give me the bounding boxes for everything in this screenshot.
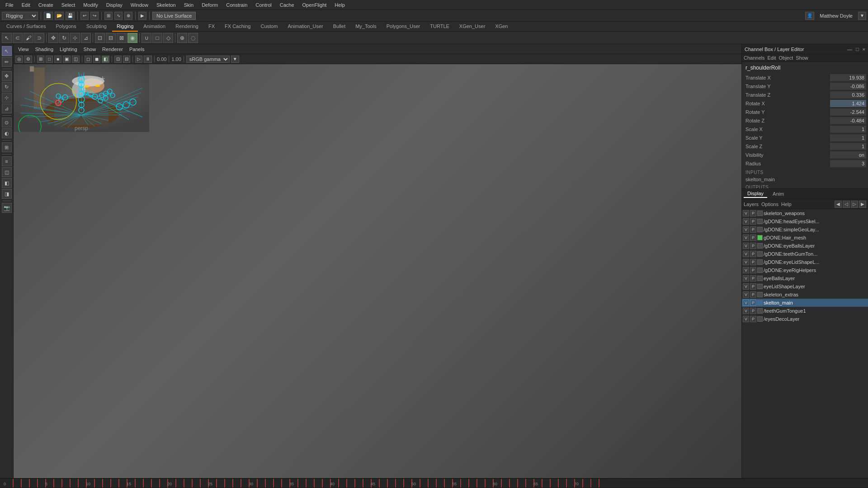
save-scene-btn[interactable]: 💾 (66, 12, 75, 20)
menu-item-create[interactable]: Create (35, 1, 57, 9)
channels-menu[interactable]: Channels (744, 55, 764, 61)
rotate-btn[interactable]: ↻ (2, 82, 12, 92)
layer-p-eyerighelpers[interactable]: P (750, 267, 756, 273)
color-space-select[interactable]: sRGB gamma Linear (186, 56, 230, 63)
layer-v-teethgumtongue1[interactable]: V (743, 308, 749, 314)
select-camera-btn[interactable]: ◎ (15, 56, 23, 63)
menu-item-display[interactable]: Display (103, 1, 126, 9)
tab-rendering[interactable]: Rendering (171, 22, 203, 32)
paint-tool-btn[interactable]: ✏ (2, 57, 12, 67)
universal-manip-btn[interactable]: ⊿ (2, 103, 12, 113)
menu-item-openflight[interactable]: OpenFlight (299, 1, 330, 9)
layer-v-eyelidshape[interactable]: V (743, 259, 749, 265)
tab-animation-user[interactable]: Animation_User (283, 22, 327, 32)
weight-tool[interactable]: ◉ (127, 33, 137, 43)
options-menu[interactable]: Options (761, 202, 778, 207)
layer-edit-btn[interactable]: ≡ (2, 156, 12, 166)
snap-curve-btn[interactable]: ∿ (114, 12, 123, 20)
display-mode4-btn[interactable]: ◫ (72, 56, 80, 63)
color-space-btn[interactable]: ▼ (231, 56, 239, 63)
soft-mod-btn[interactable]: ⊙ (2, 117, 12, 127)
show-menu[interactable]: Show (81, 46, 99, 53)
show-manip-btn[interactable]: ⊞ (2, 142, 12, 152)
soft-select-tool[interactable]: ⊃ (34, 33, 44, 43)
input-skelton-main[interactable]: skelton_main (744, 176, 866, 183)
redo-btn[interactable]: ↪ (90, 12, 99, 20)
tab-xgen[interactable]: XGen (491, 22, 512, 32)
layers-next-btn[interactable]: ▶ (859, 201, 866, 208)
joint-tool[interactable]: ⊡ (95, 33, 105, 43)
deformer-tool[interactable]: ◇ (163, 33, 173, 43)
edit-menu[interactable]: Edit (767, 55, 776, 61)
rivet-tool[interactable]: ◌ (188, 33, 198, 43)
tab-rigging[interactable]: Rigging (112, 22, 138, 32)
tab-bullet[interactable]: Bullet (329, 22, 350, 32)
shading-menu[interactable]: Shading (33, 46, 56, 53)
layer-p-hair-mesh[interactable]: P (750, 235, 756, 241)
tab-curves-surfaces[interactable]: Curves / Surfaces (2, 22, 50, 32)
lasso-tool[interactable]: ⊂ (13, 33, 23, 43)
layer-row-headeyesskel[interactable]: V P /gDONE:headEyesSkel... (742, 217, 868, 225)
layer-p-simplegeo[interactable]: P (750, 226, 756, 233)
layer-row-eyeballslayer[interactable]: V P eyeBallsLayer (742, 274, 868, 282)
snap-grid-btn[interactable]: ⊞ (104, 12, 113, 20)
menu-item-cache[interactable]: Cache (276, 1, 298, 9)
display-mode1-btn[interactable]: □ (46, 56, 53, 63)
paint-select-tool[interactable]: 🖌 (24, 33, 33, 43)
menu-item-window[interactable]: Window (127, 1, 152, 9)
tab-polygons-user[interactable]: Polygons_User (382, 22, 425, 32)
grid-btn[interactable]: ⊞ (37, 56, 44, 63)
lighting-menu[interactable]: Lighting (57, 46, 80, 53)
camera-btn[interactable]: 📷 (2, 203, 12, 213)
menu-item-deform[interactable]: Deform (198, 1, 222, 9)
camera-settings-btn[interactable]: ⚙ (24, 56, 32, 63)
new-scene-btn[interactable]: 📄 (44, 12, 53, 20)
layer-row-teethgum[interactable]: V P /gDONE:teethGumTon... (742, 250, 868, 258)
cb-close-btn[interactable]: × (863, 47, 865, 52)
layer-p-teethgum[interactable]: P (750, 251, 756, 257)
tab-display[interactable]: Display (744, 190, 767, 198)
viewport-canvas[interactable]: + persp X Y Z (14, 64, 741, 478)
layer-row-eyeballs[interactable]: V P /gDONE:eyeBallsLayer (742, 242, 868, 250)
layer-v-eyerighelpers[interactable]: V (743, 267, 749, 273)
layer-p-eyelidshape[interactable]: P (750, 259, 756, 265)
layers-menu[interactable]: Layers (744, 202, 759, 207)
sculpt-btn[interactable]: ◐ (2, 128, 12, 138)
layer-row-skelton-main[interactable]: V P skelton_main (742, 299, 868, 307)
layer-v-eyelidshapelayer[interactable]: V (743, 283, 749, 290)
select-mode-btn[interactable]: ↖ (2, 46, 12, 56)
layer-misc-btn[interactable]: ◨ (2, 189, 12, 199)
wireframe-btn[interactable]: ◻ (85, 56, 92, 63)
menu-item-file[interactable]: File (2, 1, 17, 9)
scale-tool[interactable]: ⊹ (70, 33, 80, 43)
panels-menu[interactable]: Panels (127, 46, 147, 53)
layer-v-eyeballslayer[interactable]: V (743, 275, 749, 282)
cb-minimize-btn[interactable]: — (847, 47, 852, 52)
bind-skin-tool[interactable]: ⊠ (117, 33, 127, 43)
layer-p-skeleton-extras[interactable]: P (750, 291, 756, 298)
menu-item-help[interactable]: Help (331, 1, 349, 9)
menu-item-constrain[interactable]: Constrain (222, 1, 251, 9)
tab-turtle[interactable]: TURTLE (425, 22, 454, 32)
ik-handle-tool[interactable]: ⊟ (106, 33, 116, 43)
layer-v-teethgum[interactable]: V (743, 251, 749, 257)
rotate-tool[interactable]: ↻ (59, 33, 69, 43)
layer-p-teethgumtongue1[interactable]: P (750, 308, 756, 314)
select-tool[interactable]: ↖ (2, 33, 12, 43)
tab-sculpting[interactable]: Sculpting (82, 22, 111, 32)
layers-next2-btn[interactable]: ▷ (851, 201, 858, 208)
menu-item-edit[interactable]: Edit (18, 1, 34, 9)
menu-item-modify[interactable]: Modify (80, 1, 101, 9)
layer-row-eyesdeco[interactable]: V P /eyesDecoLayer (742, 315, 868, 323)
layer-v-simplegeo[interactable]: V (743, 226, 749, 233)
menu-item-control[interactable]: Control (252, 1, 275, 9)
view-menu[interactable]: View (15, 46, 32, 53)
layer-v-hair-mesh[interactable]: V (743, 235, 749, 241)
cb-expand-btn[interactable]: □ (856, 47, 859, 52)
display-mode2-btn[interactable]: ■ (54, 56, 61, 63)
translate-btn[interactable]: ✥ (2, 71, 12, 81)
tab-custom[interactable]: Custom (256, 22, 283, 32)
object-menu[interactable]: Object (778, 55, 793, 61)
layer-p-eyesdeco[interactable]: P (750, 316, 756, 322)
layer-row-skeleton-extras[interactable]: V P skeleton_extras (742, 291, 868, 299)
